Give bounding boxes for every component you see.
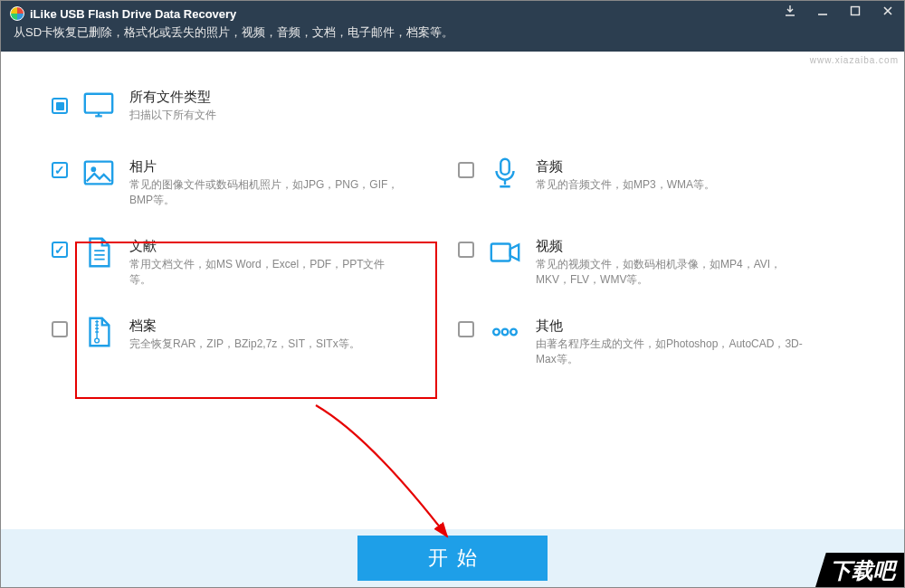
svg-rect-0 — [852, 7, 860, 15]
image-icon — [81, 155, 117, 191]
svg-point-8 — [502, 329, 509, 336]
app-icon — [10, 6, 24, 21]
all-types-label: 所有文件类型 — [129, 89, 216, 106]
app-title: iLike USB Flash Drive Data Recovery — [30, 7, 236, 21]
video-label: 视频 — [536, 238, 807, 255]
window-controls — [774, 1, 904, 21]
video-checkbox[interactable] — [458, 242, 474, 258]
close-button[interactable] — [872, 1, 904, 21]
all-types-row: 所有文件类型 扫描以下所有文件 — [52, 88, 859, 124]
svg-point-3 — [90, 166, 96, 172]
other-desc: 由著名程序生成的文件，如Photoshop，AutoCAD，3D-Max等。 — [536, 337, 807, 367]
footer: 开始 — [1, 529, 904, 587]
svg-point-9 — [510, 329, 517, 336]
main-content: 所有文件类型 扫描以下所有文件 相片 常见的图像文件或数码相机照片，如JPG，P… — [1, 52, 904, 529]
download-button[interactable] — [774, 1, 806, 21]
monitor-icon — [81, 88, 117, 124]
start-button[interactable]: 开始 — [357, 536, 548, 581]
type-audio: 音频 常见的音频文件，如MP3，WMA等。 — [452, 149, 859, 229]
minimize-button[interactable] — [806, 1, 839, 21]
type-video: 视频 常见的视频文件，如数码相机录像，如MP4，AVI，MKV，FLV，WMV等… — [452, 229, 859, 308]
more-icon — [487, 314, 523, 350]
source-logo-stamp: 下载吧 — [815, 553, 904, 587]
other-checkbox[interactable] — [458, 321, 474, 337]
archive-desc: 完全恢复RAR，ZIP，BZip2,7z，SIT，SITx等。 — [129, 337, 360, 352]
type-other: 其他 由著名程序生成的文件，如Photoshop，AutoCAD，3D-Max等… — [452, 308, 859, 388]
left-column: 相片 常见的图像文件或数码相机照片，如JPG，PNG，GIF，BMP等。 文献 … — [46, 149, 452, 388]
svg-point-7 — [493, 329, 500, 336]
archive-checkbox[interactable] — [52, 321, 68, 337]
svg-rect-2 — [85, 162, 112, 185]
photo-label: 相片 — [129, 158, 401, 175]
document-label: 文献 — [129, 238, 401, 255]
video-desc: 常见的视频文件，如数码相机录像，如MP4，AVI，MKV，FLV，WMV等。 — [536, 257, 807, 288]
maximize-button[interactable] — [839, 1, 872, 21]
svg-point-4 — [95, 338, 100, 343]
svg-rect-6 — [491, 244, 510, 261]
app-subtitle: 从SD卡恢复已删除，格式化或丢失的照片，视频，音频，文档，电子邮件，档案等。 — [10, 24, 895, 41]
type-photo: 相片 常见的图像文件或数码相机照片，如JPG，PNG，GIF，BMP等。 — [46, 149, 452, 229]
archive-icon — [81, 314, 117, 350]
other-label: 其他 — [536, 318, 807, 335]
document-desc: 常用文档文件，如MS Word，Excel，PDF，PPT文件等。 — [129, 257, 401, 288]
type-document: 文献 常用文档文件，如MS Word，Excel，PDF，PPT文件等。 — [46, 229, 452, 308]
document-icon — [81, 234, 117, 270]
video-icon — [487, 234, 523, 270]
all-types-desc: 扫描以下所有文件 — [129, 108, 216, 123]
titlebar: iLike USB Flash Drive Data Recovery 从SD卡… — [1, 1, 904, 52]
document-checkbox[interactable] — [52, 242, 68, 258]
photo-checkbox[interactable] — [52, 162, 68, 178]
archive-label: 档案 — [129, 318, 360, 335]
right-column: 音频 常见的音频文件，如MP3，WMA等。 视频 常见的视频文件，如数码相机录像… — [452, 149, 859, 388]
audio-desc: 常见的音频文件，如MP3，WMA等。 — [536, 177, 715, 193]
audio-checkbox[interactable] — [458, 162, 474, 178]
svg-rect-5 — [500, 159, 510, 175]
audio-label: 音频 — [536, 158, 715, 175]
microphone-icon — [487, 155, 523, 191]
type-archive: 档案 完全恢复RAR，ZIP，BZip2,7z，SIT，SITx等。 — [46, 308, 452, 388]
photo-desc: 常见的图像文件或数码相机照片，如JPG，PNG，GIF，BMP等。 — [129, 177, 401, 208]
all-types-checkbox[interactable] — [52, 98, 68, 114]
svg-rect-1 — [85, 94, 112, 113]
